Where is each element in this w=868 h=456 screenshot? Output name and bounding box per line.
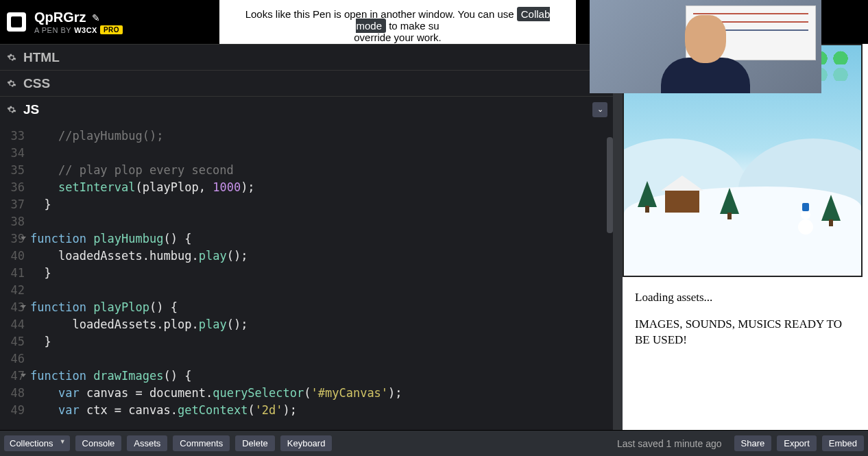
delete-button[interactable]: Delete	[235, 435, 275, 451]
html-panel-header[interactable]: HTML	[0, 44, 613, 70]
ready-text: IMAGES, SOUNDS, MUSICS READY TO BE USED!	[635, 317, 856, 348]
js-label: JS	[23, 102, 39, 117]
save-status: Last saved 1 minute ago	[617, 438, 722, 449]
gear-icon[interactable]	[7, 53, 16, 62]
editor-column: HTML CSS JS ⌄ 33343536373839404142434445…	[0, 44, 613, 430]
code-content[interactable]: //playHumbug(); // play plop every secon…	[30, 128, 613, 430]
keyboard-button[interactable]: Keyboard	[280, 435, 333, 451]
export-button[interactable]: Export	[777, 435, 817, 451]
line-gutter: 3334353637383940414243444546474849	[0, 128, 30, 430]
css-label: CSS	[23, 76, 50, 91]
edit-title-icon[interactable]: ✎	[92, 12, 100, 23]
html-label: HTML	[23, 50, 60, 65]
console-button[interactable]: Console	[75, 435, 122, 451]
pen-title: QpRGrz	[34, 10, 86, 25]
loading-text: Loading assets...	[635, 291, 856, 304]
codepen-logo[interactable]	[7, 12, 26, 32]
vertical-splitter[interactable]	[613, 44, 623, 430]
pro-badge: PRO	[100, 25, 123, 34]
video-overlay	[590, 0, 821, 93]
collections-dropdown[interactable]: Collections	[4, 435, 70, 451]
gear-icon[interactable]	[7, 105, 16, 115]
scrollbar-thumb[interactable]	[607, 137, 613, 233]
main-area: HTML CSS JS ⌄ 33343536373839404142434445…	[0, 44, 868, 430]
embed-button[interactable]: Embed	[822, 435, 864, 451]
js-panel-header[interactable]: JS ⌄	[0, 96, 613, 122]
css-panel-header[interactable]: CSS	[0, 70, 613, 96]
footer-bar: Collections Console Assets Comments Dele…	[0, 430, 868, 456]
author-link[interactable]: W3Cx	[74, 26, 97, 34]
preview-pane: Loading assets... IMAGES, SOUNDS, MUSICS…	[623, 44, 868, 430]
chevron-down-icon[interactable]: ⌄	[592, 102, 607, 117]
assets-button[interactable]: Assets	[127, 435, 167, 451]
gear-icon[interactable]	[7, 79, 16, 88]
pen-byline: A PEN BY W3Cx PRO	[34, 25, 123, 34]
comments-button[interactable]: Comments	[173, 435, 230, 451]
share-button[interactable]: Share	[734, 435, 772, 451]
js-editor[interactable]: 3334353637383940414243444546474849 //pla…	[0, 122, 613, 430]
